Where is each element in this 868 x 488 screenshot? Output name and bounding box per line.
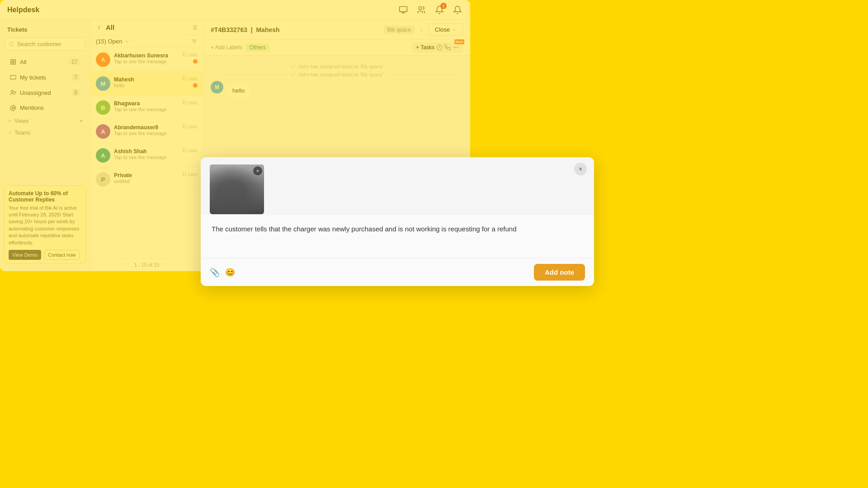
modal-close-button[interactable]: × bbox=[574, 163, 587, 175]
modal-note-text[interactable]: The customer tells that the charger was … bbox=[212, 224, 583, 251]
modal-footer: 📎 😊 Add note bbox=[201, 258, 594, 286]
modal-image-area: × × bbox=[201, 157, 594, 215]
svg-point-27 bbox=[230, 179, 244, 193]
svg-rect-26 bbox=[230, 197, 244, 201]
svg-rect-24 bbox=[223, 174, 250, 198]
image-thumbnail: × bbox=[210, 164, 264, 214]
svg-rect-25 bbox=[226, 176, 248, 196]
modal-body: The customer tells that the charger was … bbox=[201, 215, 594, 258]
remove-thumbnail-button[interactable]: × bbox=[253, 166, 262, 175]
modal-footer-icons: 📎 😊 bbox=[210, 267, 235, 277]
add-note-button[interactable]: Add note bbox=[534, 264, 585, 281]
emoji-icon[interactable]: 😊 bbox=[225, 267, 235, 277]
add-note-modal: × × The customer tells that the charger … bbox=[201, 157, 594, 286]
attachment-icon[interactable]: 📎 bbox=[210, 267, 220, 277]
